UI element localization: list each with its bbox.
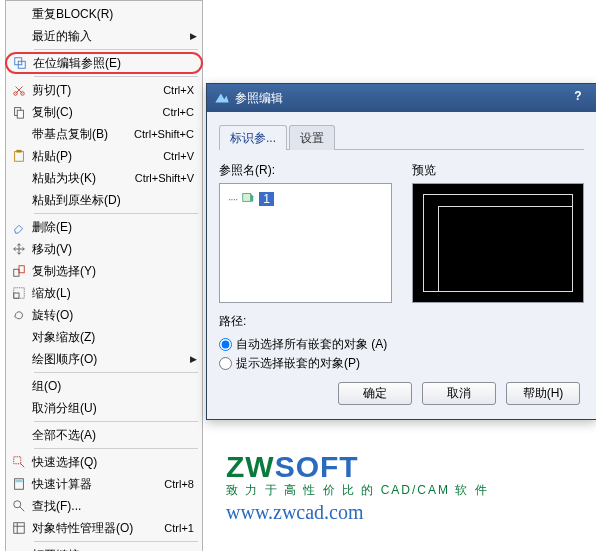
menu-draw-order[interactable]: 绘图顺序(O)▶ bbox=[6, 348, 202, 370]
brand-wordmark: ZWSOFT bbox=[226, 450, 489, 484]
menu-repeat-block[interactable]: 重复BLOCK(R) bbox=[6, 3, 202, 25]
shortcut: Ctrl+X bbox=[163, 84, 198, 96]
menu-properties[interactable]: 对象特性管理器(O)Ctrl+1 bbox=[6, 517, 202, 539]
submenu-arrow-icon: ▶ bbox=[188, 354, 198, 364]
brand-url: www.zwcad.com bbox=[226, 501, 489, 524]
context-menu: 重复BLOCK(R) 最近的输入▶ 在位编辑参照(E) 剪切(T)Ctrl+X … bbox=[5, 0, 203, 551]
menu-delete[interactable]: 删除(E) bbox=[6, 216, 202, 238]
menu-label: 全部不选(A) bbox=[32, 427, 188, 444]
separator bbox=[34, 372, 198, 373]
menu-label: 组(O) bbox=[32, 378, 188, 395]
menu-ungroup[interactable]: 取消分组(U) bbox=[6, 397, 202, 419]
radio-prompt-select-nested[interactable]: 提示选择嵌套的对象(P) bbox=[219, 355, 584, 372]
menu-open-link[interactable]: 打开链接 bbox=[6, 544, 202, 551]
menu-object-zoom[interactable]: 对象缩放(Z) bbox=[6, 326, 202, 348]
menu-label: 快速计算器 bbox=[32, 476, 164, 493]
svg-rect-9 bbox=[19, 266, 24, 273]
paste-icon bbox=[6, 149, 32, 163]
menu-label: 取消分组(U) bbox=[32, 400, 188, 417]
menu-label: 对象特性管理器(O) bbox=[32, 520, 164, 537]
copy-icon bbox=[6, 105, 32, 119]
menu-copy-selection[interactable]: 复制选择(Y) bbox=[6, 260, 202, 282]
menu-paste-to-original-coords[interactable]: 粘贴到原坐标(D) bbox=[6, 189, 202, 211]
ok-button[interactable]: 确定 bbox=[338, 382, 412, 405]
shortcut: Ctrl+8 bbox=[164, 478, 198, 490]
help-button[interactable]: 帮助(H) bbox=[506, 382, 580, 405]
quick-select-icon bbox=[6, 455, 32, 469]
separator bbox=[34, 448, 198, 449]
properties-icon bbox=[6, 521, 32, 535]
eraser-icon bbox=[6, 220, 32, 234]
titlebar-help-button[interactable]: ? bbox=[566, 89, 590, 107]
menu-copy[interactable]: 复制(C)Ctrl+C bbox=[6, 101, 202, 123]
svg-rect-14 bbox=[16, 480, 23, 483]
brand-soft: SOFT bbox=[275, 450, 359, 483]
cancel-button[interactable]: 取消 bbox=[422, 382, 496, 405]
preview-shape-inner bbox=[438, 206, 574, 292]
menu-label: 最近的输入 bbox=[32, 28, 188, 45]
tab-strip: 标识参... 设置 bbox=[219, 124, 584, 150]
brand-zw: ZW bbox=[226, 450, 275, 483]
menu-label: 粘贴为块(K) bbox=[32, 170, 135, 187]
menu-move[interactable]: 移动(V) bbox=[6, 238, 202, 260]
menu-label: 快速选择(Q) bbox=[32, 454, 188, 471]
copy-selection-icon bbox=[6, 264, 32, 278]
menu-label: 绘图顺序(O) bbox=[32, 351, 188, 368]
menu-quick-select[interactable]: 快速选择(Q) bbox=[6, 451, 202, 473]
menu-cut[interactable]: 剪切(T)Ctrl+X bbox=[6, 79, 202, 101]
find-icon bbox=[6, 499, 32, 513]
menu-label: 查找(F)... bbox=[32, 498, 188, 515]
menu-find[interactable]: 查找(F)... bbox=[6, 495, 202, 517]
separator bbox=[34, 541, 198, 542]
radio-auto-select-nested[interactable]: 自动选择所有嵌套的对象 (A) bbox=[219, 336, 584, 353]
menu-paste-as-block[interactable]: 粘贴为块(K)Ctrl+Shift+V bbox=[6, 167, 202, 189]
menu-quick-calculator[interactable]: 快速计算器Ctrl+8 bbox=[6, 473, 202, 495]
svg-rect-12 bbox=[14, 457, 21, 464]
shortcut: Ctrl+Shift+C bbox=[134, 128, 198, 140]
menu-deselect-all[interactable]: 全部不选(A) bbox=[6, 424, 202, 446]
tree-node[interactable]: ···· 1 bbox=[228, 190, 383, 207]
reference-tree[interactable]: ···· 1 bbox=[219, 183, 392, 303]
shortcut: Ctrl+V bbox=[163, 150, 198, 162]
menu-label: 复制选择(Y) bbox=[32, 263, 188, 280]
block-icon bbox=[241, 190, 255, 207]
menu-group[interactable]: 组(O) bbox=[6, 375, 202, 397]
tab-settings[interactable]: 设置 bbox=[289, 125, 335, 150]
svg-point-15 bbox=[14, 501, 21, 508]
menu-label: 复制(C) bbox=[32, 104, 163, 121]
radio-label: 提示选择嵌套的对象(P) bbox=[236, 355, 360, 372]
menu-scale[interactable]: 缩放(L) bbox=[6, 282, 202, 304]
brand-tagline: 致 力 于 高 性 价 比 的 CAD/CAM 软 件 bbox=[226, 482, 489, 499]
tree-node-label: 1 bbox=[259, 192, 274, 206]
menu-label: 粘贴到原坐标(D) bbox=[32, 192, 188, 209]
edit-ref-icon bbox=[7, 56, 33, 70]
menu-label: 剪切(T) bbox=[32, 82, 163, 99]
separator bbox=[34, 49, 198, 50]
reference-edit-dialog: 参照编辑 ? 标识参... 设置 参照名(R): ···· 1 预览 bbox=[206, 83, 596, 420]
menu-label: 对象缩放(Z) bbox=[32, 329, 188, 346]
svg-rect-7 bbox=[16, 150, 21, 153]
svg-rect-16 bbox=[14, 523, 25, 534]
menu-recent-input[interactable]: 最近的输入▶ bbox=[6, 25, 202, 47]
radio-input[interactable] bbox=[219, 357, 232, 370]
tree-connector-icon: ···· bbox=[228, 192, 237, 206]
titlebar[interactable]: 参照编辑 ? bbox=[207, 84, 596, 112]
svg-rect-5 bbox=[17, 110, 23, 118]
move-icon bbox=[6, 242, 32, 256]
svg-rect-10 bbox=[14, 293, 19, 298]
menu-label: 删除(E) bbox=[32, 219, 188, 236]
svg-rect-17 bbox=[243, 194, 251, 202]
reference-name-label: 参照名(R): bbox=[219, 162, 392, 179]
menu-edit-reference-inplace[interactable]: 在位编辑参照(E) bbox=[5, 52, 203, 74]
radio-input[interactable] bbox=[219, 338, 232, 351]
tab-identify-reference[interactable]: 标识参... bbox=[219, 125, 287, 150]
separator bbox=[34, 421, 198, 422]
menu-paste[interactable]: 粘贴(P)Ctrl+V bbox=[6, 145, 202, 167]
svg-rect-6 bbox=[15, 152, 24, 162]
menu-label: 在位编辑参照(E) bbox=[33, 55, 187, 72]
preview-pane bbox=[412, 183, 585, 303]
nesting-radio-group: 自动选择所有嵌套的对象 (A) 提示选择嵌套的对象(P) bbox=[219, 336, 584, 372]
menu-label: 缩放(L) bbox=[32, 285, 188, 302]
menu-copy-with-basepoint[interactable]: 带基点复制(B)Ctrl+Shift+C bbox=[6, 123, 202, 145]
menu-rotate[interactable]: 旋转(O) bbox=[6, 304, 202, 326]
